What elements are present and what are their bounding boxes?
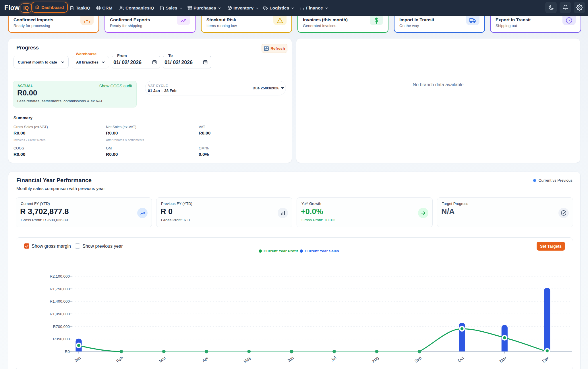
svg-text:Aug: Aug <box>371 355 380 364</box>
svg-text:R350,000: R350,000 <box>53 337 70 341</box>
svg-text:Nov: Nov <box>499 355 508 364</box>
svg-text:May: May <box>243 355 252 364</box>
svg-text:Oct: Oct <box>457 355 465 363</box>
svg-text:Jul: Jul <box>330 355 337 362</box>
svg-text:Mar: Mar <box>158 355 167 364</box>
svg-text:R0: R0 <box>65 349 70 354</box>
svg-text:Feb: Feb <box>115 355 124 364</box>
svg-text:Sep: Sep <box>414 355 422 364</box>
svg-text:R700,000: R700,000 <box>53 324 70 329</box>
svg-text:R1,400,000: R1,400,000 <box>50 299 70 303</box>
svg-text:Dec: Dec <box>541 355 550 364</box>
svg-text:Jan: Jan <box>74 355 82 363</box>
svg-text:Jun: Jun <box>287 355 295 363</box>
svg-text:Apr: Apr <box>201 355 209 363</box>
svg-text:R1,750,000: R1,750,000 <box>50 287 70 291</box>
svg-text:R1,050,000: R1,050,000 <box>50 312 70 316</box>
svg-text:R2,100,000: R2,100,000 <box>50 274 70 278</box>
